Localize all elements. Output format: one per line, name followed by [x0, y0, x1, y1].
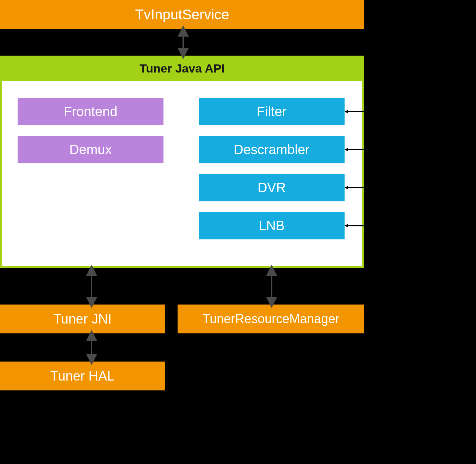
- demux-box: Demux: [18, 136, 163, 163]
- svg-marker-10: [345, 224, 348, 227]
- descrambler-box: Descrambler: [199, 136, 345, 163]
- tuner-jni-box: Tuner JNI: [0, 305, 165, 333]
- tuner-java-api-header: Tuner Java API: [0, 56, 364, 81]
- arrow-api-to-trm: [266, 268, 277, 305]
- tuner-resource-manager-label: TunerResourceManager: [203, 312, 340, 326]
- descrambler-label: Descrambler: [234, 142, 309, 157]
- arrow-external-to-lnb: [345, 220, 415, 242]
- tvinputservice-box: TvInputService: [0, 0, 364, 29]
- tuner-java-api-label: Tuner Java API: [140, 62, 225, 75]
- frontend-label: Frontend: [64, 104, 117, 119]
- svg-marker-6: [364, 13, 368, 16]
- tuner-resource-manager-box: TunerResourceManager: [178, 305, 364, 333]
- dvr-label: DVR: [258, 180, 286, 195]
- frontend-box: Frontend: [18, 98, 163, 125]
- filter-box: Filter: [199, 98, 345, 125]
- tuner-hal-box: Tuner HAL: [0, 362, 165, 390]
- demux-label: Demux: [69, 142, 112, 157]
- svg-marker-9: [345, 186, 348, 189]
- arrow-jni-to-hal: [86, 333, 97, 362]
- svg-marker-7: [345, 110, 348, 113]
- tuner-jni-label: Tuner JNI: [53, 312, 111, 327]
- filter-label: Filter: [257, 104, 286, 119]
- dvr-box: DVR: [199, 174, 345, 201]
- tuner-hal-label: Tuner HAL: [50, 369, 115, 384]
- arrow-tvinput-to-api: [178, 29, 188, 56]
- lnb-box: LNB: [199, 212, 345, 239]
- svg-marker-8: [345, 148, 348, 151]
- tvinputservice-label: TvInputService: [135, 7, 229, 23]
- arrow-api-to-jni: [86, 268, 97, 305]
- lnb-label: LNB: [259, 218, 285, 233]
